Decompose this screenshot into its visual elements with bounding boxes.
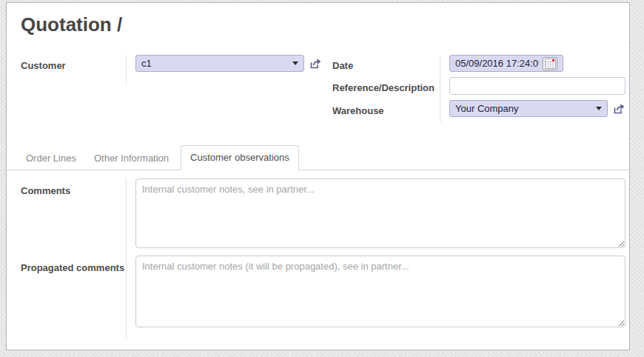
- warehouse-select[interactable]: Your Company: [449, 100, 608, 117]
- internal-link-icon[interactable]: [309, 57, 322, 70]
- chevron-down-icon: [596, 107, 602, 110]
- header-fields: Customer c1: [21, 55, 625, 122]
- propagated-comments-label: Propagated comments: [21, 262, 124, 273]
- info-group: Date 05/09/2016 17:24:09: [332, 55, 625, 122]
- customer-observations-panel: Comments Propagated comments: [7, 170, 629, 338]
- comments-label: Comments: [21, 185, 70, 196]
- date-field[interactable]: 05/09/2016 17:24:09: [449, 55, 563, 72]
- comments-textarea[interactable]: [135, 178, 625, 248]
- notebook-tabs: Order Lines Other Information Customer o…: [7, 145, 629, 170]
- reference-input[interactable]: [449, 77, 625, 95]
- calendar-icon[interactable]: [543, 57, 557, 70]
- customer-value: c1: [141, 58, 288, 69]
- page-title: Quotation /: [21, 13, 629, 36]
- customer-label: Customer: [21, 60, 66, 71]
- warehouse-value: Your Company: [455, 103, 591, 114]
- date-label: Date: [332, 60, 353, 71]
- customer-select[interactable]: c1: [135, 55, 304, 72]
- chevron-down-icon: [292, 61, 298, 65]
- date-value: 05/09/2016 17:24:09: [455, 58, 539, 69]
- customer-group: Customer c1: [21, 55, 332, 122]
- quotation-form: Quotation / Customer c1: [6, 2, 630, 350]
- tab-customer-observations[interactable]: Customer observations: [181, 145, 299, 170]
- internal-link-icon[interactable]: [612, 102, 625, 116]
- tab-order-lines[interactable]: Order Lines: [17, 147, 85, 170]
- comments-group: Comments Propagated comments: [21, 178, 625, 338]
- reference-label: Reference/Description: [332, 82, 435, 93]
- warehouse-label: Warehouse: [332, 105, 384, 116]
- propagated-comments-textarea[interactable]: [135, 256, 625, 327]
- tab-other-information[interactable]: Other Information: [85, 147, 178, 170]
